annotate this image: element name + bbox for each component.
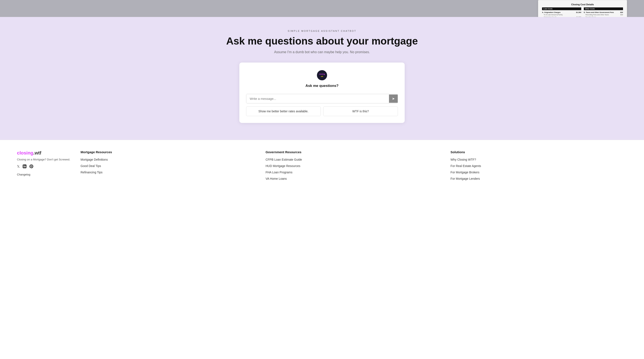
section-a-sub2: Origination Fee % $1,500 <box>542 16 581 17</box>
footer-link-item: Mortgage Definitions <box>80 158 257 162</box>
footer-link-item: FHA Loan Programs <box>266 170 442 174</box>
section-e-header: E. Taxes and Other Government Fees $30 <box>584 11 623 14</box>
changelog-link[interactable]: Changelog <box>17 173 30 176</box>
linkedin-icon[interactable] <box>23 164 26 169</box>
chat-message-input[interactable] <box>246 94 389 103</box>
footer-link[interactable]: CFPB Loan Estimate Guide <box>266 158 302 161</box>
footer-link[interactable]: For Mortgage Brokers <box>450 170 479 174</box>
hero-description: Assume I'm a dumb bot who can maybe help… <box>4 50 640 54</box>
footer-link[interactable]: For Mortgage Lenders <box>450 177 480 180</box>
closing-cost-card: Closing Cost Details Loan Costs A. Origi… <box>538 0 627 17</box>
footer-link-item: Why Closing WTF? <box>450 158 627 162</box>
chat-question-label: Ask me questions? <box>246 84 398 88</box>
footer-tagline: Closing on a Mortgage? Don't get Screwed… <box>17 158 72 161</box>
footer-link-item: HUD Mortgage Resources <box>266 164 442 168</box>
footer-link-item: For Real Estate Agents <box>450 164 627 168</box>
footer-link[interactable]: HUD Mortgage Resources <box>266 164 300 168</box>
footer-brand: closing.wtf Closing on a Mortgage? Don't… <box>17 150 72 183</box>
footer-link-item: Good Deal Tips <box>80 164 257 168</box>
footer-link-item: For Mortgage Lenders <box>450 177 627 180</box>
footer-link[interactable]: Mortgage Definitions <box>80 158 108 161</box>
footer: closing.wtf Closing on a Mortgage? Don't… <box>0 140 644 193</box>
footer-heading-mortgage-resources: Mortgage Resources <box>80 150 257 154</box>
pinterest-icon[interactable] <box>30 164 33 169</box>
hero-title: Ask me questions about your mortgage <box>4 36 640 47</box>
footer-link[interactable]: VA Home Loans <box>266 177 287 180</box>
footer-section-government: Government ResourcesCFPB Loan Estimate G… <box>266 150 442 183</box>
section-a-sub1: % of Loan Amount (Points) <box>542 14 581 16</box>
footer-link[interactable]: Refinancing Tips <box>80 170 102 174</box>
footer-link-item: VA Home Loans <box>266 177 442 180</box>
footer-link-item: For Mortgage Brokers <box>450 170 627 174</box>
footer-link[interactable]: Good Deal Tips <box>80 164 101 168</box>
section-e-sub1: Recording Fees and Other Taxes $30 <box>584 14 623 16</box>
logo-wtf: .wtf <box>33 150 41 156</box>
chat-card: closing wtf Ask me questions? ➤ Show me … <box>239 62 405 123</box>
section-a-header: A. Origination Charges $1,500 <box>542 11 581 14</box>
hero-subtitle: SIMPLE MORTGAGE ASSISTANT CHATBOT <box>4 30 640 32</box>
twitter-icon[interactable]: 𝕏 <box>17 164 20 169</box>
footer-heading-government-resources: Government Resources <box>266 150 442 154</box>
footer-link-item: Refinancing Tips <box>80 170 257 174</box>
footer-heading-solutions: Solutions <box>450 150 627 154</box>
footer-section-solutions: SolutionsWhy Closing WTF?For Real Estate… <box>450 150 627 183</box>
suggestion-wtf-button[interactable]: WTF is this? <box>323 106 398 116</box>
chat-suggestions: Show me better better rates available. W… <box>246 106 398 116</box>
chat-input-row: ➤ <box>246 94 398 104</box>
bot-avatar: closing wtf <box>317 70 327 80</box>
send-icon: ➤ <box>392 97 395 101</box>
avatar-closing-label: closing <box>319 73 325 75</box>
footer-link[interactable]: Why Closing WTF? <box>450 158 476 161</box>
top-screenshot-area: Closing Cost Details Loan Costs A. Origi… <box>0 0 644 17</box>
footer-link[interactable]: For Real Estate Agents <box>450 164 481 168</box>
footer-logo: closing.wtf <box>17 150 72 156</box>
closing-cost-title: Closing Cost Details <box>542 3 623 6</box>
loan-costs-header: Loan Costs <box>542 8 581 10</box>
section-e-sub2: Transfer Taxes <box>584 16 623 17</box>
hero-section: SIMPLE MORTGAGE ASSISTANT CHATBOT Ask me… <box>0 17 644 140</box>
footer-section-mortgage: Mortgage ResourcesMortgage DefinitionsGo… <box>80 150 257 183</box>
other-costs-header: Other Costs <box>584 8 623 10</box>
footer-link[interactable]: FHA Loan Programs <box>266 170 292 174</box>
footer-social: 𝕏 <box>17 164 72 169</box>
avatar-wtf-label: wtf <box>321 76 323 77</box>
suggestion-rates-button[interactable]: Show me better better rates available. <box>246 106 321 116</box>
footer-link-item: CFPB Loan Estimate Guide <box>266 158 442 162</box>
logo-closing: closing <box>17 150 33 156</box>
chat-send-button[interactable]: ➤ <box>389 94 398 103</box>
